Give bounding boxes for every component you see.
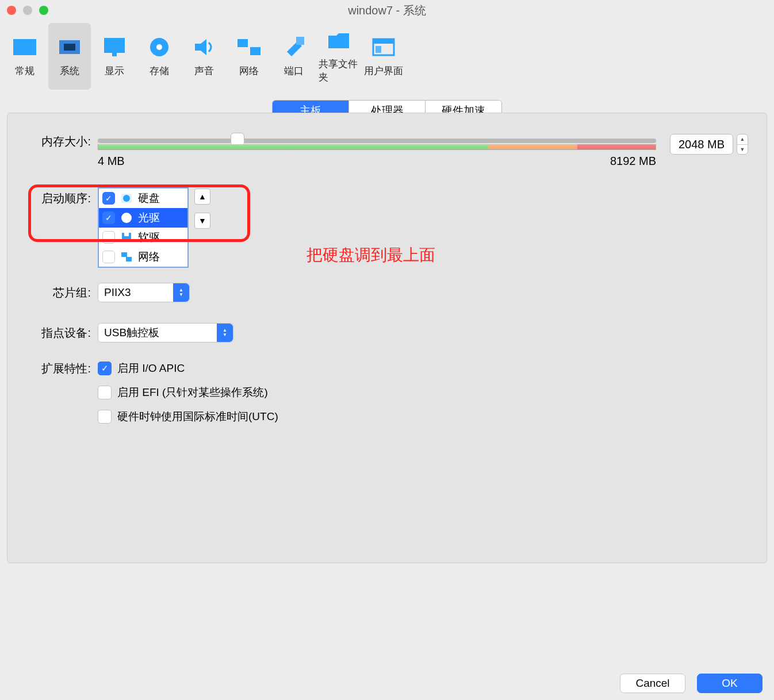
memory-value-input[interactable]: 2048 MB: [670, 134, 733, 155]
pointing-select[interactable]: USB触控板 ▲▼: [98, 323, 233, 343]
svg-rect-7: [237, 39, 248, 47]
toolbar-label: 系统: [60, 64, 79, 78]
move-up-button[interactable]: ▲: [194, 189, 210, 205]
boot-item-label: 软驱: [138, 230, 160, 245]
svg-rect-19: [121, 252, 127, 257]
boot-item-hdd[interactable]: ✓硬盘: [99, 189, 187, 208]
boot-order-list[interactable]: ✓硬盘✓光驱软驱网络: [98, 187, 189, 268]
extended-item-1[interactable]: 启用 EFI (只针对某些操作系统): [98, 385, 278, 400]
svg-rect-4: [112, 53, 117, 56]
boot-checkbox[interactable]: [102, 231, 115, 244]
boot-item-floppy[interactable]: 软驱: [99, 228, 187, 247]
zoom-button[interactable]: [39, 6, 48, 15]
toolbar-item-ui[interactable]: 用户界面: [362, 23, 405, 90]
system-icon: [56, 33, 83, 61]
toolbar: 常规系统显示存储声音网络端口共享文件夹用户界面: [0, 21, 774, 90]
ports-icon: [280, 33, 308, 61]
checkbox[interactable]: [98, 386, 112, 399]
toolbar-item-shared[interactable]: 共享文件夹: [317, 23, 360, 90]
shared-icon: [325, 26, 352, 54]
boot-checkbox[interactable]: ✓: [102, 211, 115, 224]
traffic-lights: [7, 6, 48, 15]
svg-point-16: [125, 216, 128, 220]
boot-item-label: 网络: [138, 249, 160, 264]
select-caret-icon: ▲▼: [217, 324, 233, 342]
extended-list: ✓启用 I/O APIC启用 EFI (只针对某些操作系统)硬件时钟使用国际标准…: [98, 361, 278, 433]
select-caret-icon: ▲▼: [173, 283, 189, 302]
toolbar-item-ports[interactable]: 端口: [273, 23, 315, 90]
storage-icon: [145, 33, 173, 61]
titlebar: window7 - 系统: [0, 0, 774, 21]
ui-icon: [370, 33, 397, 61]
svg-rect-9: [296, 37, 304, 45]
toolbar-item-display[interactable]: 显示: [93, 23, 136, 90]
toolbar-label: 声音: [194, 64, 214, 78]
pointing-value: USB触控板: [104, 325, 159, 340]
svg-rect-2: [64, 44, 75, 51]
boot-checkbox[interactable]: ✓: [102, 192, 115, 205]
annotation-text: 把硬盘调到最上面: [306, 244, 435, 266]
toolbar-label: 常规: [15, 64, 35, 78]
toolbar-item-network[interactable]: 网络: [228, 23, 270, 90]
memory-max: 8192 MB: [610, 155, 656, 168]
memory-slider[interactable]: 4 MB 8192 MB: [98, 134, 656, 168]
checkbox[interactable]: ✓: [98, 361, 112, 375]
toolbar-label: 端口: [284, 64, 304, 78]
boot-item-label: 光驱: [138, 210, 160, 225]
toolbar-label: 存储: [150, 64, 169, 78]
svg-point-6: [156, 44, 162, 50]
svg-rect-20: [126, 257, 132, 261]
toolbar-label: 用户界面: [364, 64, 403, 78]
extended-item-label: 启用 EFI (只针对某些操作系统): [117, 385, 268, 400]
audio-icon: [190, 33, 218, 61]
memory-label: 内存大小:: [26, 134, 98, 149]
toolbar-label: 共享文件夹: [319, 57, 359, 84]
svg-rect-11: [373, 39, 394, 44]
boot-item-label: 硬盘: [138, 191, 160, 206]
minimize-button[interactable]: [23, 6, 32, 15]
hdd-icon: [120, 191, 133, 205]
slider-gradient: [98, 144, 656, 150]
toolbar-label: 显示: [105, 64, 124, 78]
boot-order-label: 启动顺序:: [26, 187, 98, 206]
memory-row: 内存大小: 4 MB 8192 MB 2048 MB ▲ ▼: [26, 134, 748, 168]
memory-min: 4 MB: [98, 155, 125, 168]
memory-stepper[interactable]: ▲ ▼: [737, 134, 748, 155]
toolbar-item-storage[interactable]: 存储: [138, 23, 181, 90]
chipset-select[interactable]: PIIX3 ▲▼: [98, 283, 190, 302]
close-button[interactable]: [7, 6, 16, 15]
move-down-button[interactable]: ▼: [194, 213, 210, 229]
boot-item-net[interactable]: 网络: [99, 247, 187, 267]
toolbar-item-general[interactable]: 常规: [3, 23, 46, 90]
chipset-value: PIIX3: [104, 286, 131, 299]
boot-checkbox[interactable]: [102, 251, 115, 263]
cancel-button[interactable]: Cancel: [620, 674, 685, 693]
svg-rect-3: [104, 38, 125, 53]
boot-item-optical[interactable]: ✓光驱: [99, 208, 187, 228]
checkbox[interactable]: [98, 410, 112, 424]
boot-order-reorder: ▲ ▼: [194, 189, 210, 229]
extended-row: 扩展特性: ✓启用 I/O APIC启用 EFI (只针对某些操作系统)硬件时钟…: [26, 361, 748, 433]
svg-rect-18: [124, 233, 129, 236]
toolbar-item-audio[interactable]: 声音: [183, 23, 225, 90]
stepper-up-icon: ▲: [737, 134, 748, 145]
chipset-row: 芯片组: PIIX3 ▲▼: [26, 283, 748, 302]
memory-input-group: 2048 MB ▲ ▼: [670, 134, 748, 155]
dialog-buttons: Cancel OK: [620, 674, 762, 693]
net-icon: [120, 250, 133, 264]
extended-item-0[interactable]: ✓启用 I/O APIC: [98, 361, 278, 376]
pointing-label: 指点设备:: [26, 325, 98, 341]
ok-button[interactable]: OK: [697, 674, 762, 693]
svg-rect-8: [250, 47, 260, 55]
general-icon: [11, 33, 39, 61]
extended-item-label: 硬件时钟使用国际标准时间(UTC): [117, 409, 278, 424]
toolbar-item-system[interactable]: 系统: [48, 23, 91, 90]
network-icon: [235, 33, 263, 61]
toolbar-label: 网络: [239, 64, 259, 78]
extended-label: 扩展特性:: [26, 361, 98, 376]
stepper-down-icon: ▼: [737, 145, 748, 155]
motherboard-panel: 内存大小: 4 MB 8192 MB 2048 MB ▲ ▼: [7, 113, 767, 563]
display-icon: [101, 33, 128, 61]
extended-item-2[interactable]: 硬件时钟使用国际标准时间(UTC): [98, 409, 278, 424]
extended-item-label: 启用 I/O APIC: [117, 361, 185, 376]
